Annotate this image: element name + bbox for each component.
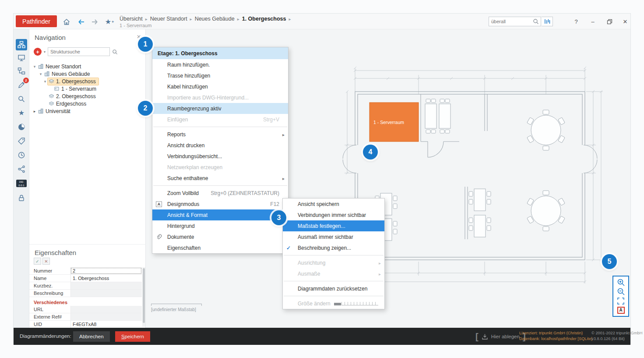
labels-tag-icon[interactable] — [16, 135, 27, 147]
add-button[interactable]: + — [34, 48, 42, 56]
discard-x-icon[interactable]: ✕ — [42, 258, 50, 265]
structure-search-input[interactable] — [48, 47, 110, 56]
save-button[interactable]: Speichern — [115, 331, 150, 342]
scale-line — [151, 304, 202, 306]
global-search-input[interactable] — [489, 19, 533, 24]
zoom-fit-icon[interactable] — [616, 297, 626, 305]
property-value[interactable] — [70, 306, 142, 313]
menu-item-kabel-hinzufuegen[interactable]: Kabel hinzufügen — [152, 81, 288, 92]
minimize-button[interactable]: – — [587, 16, 598, 27]
breadcrumb-item-current[interactable]: 1. Obergeschoss — [242, 16, 286, 22]
expander-icon[interactable]: ▾ — [42, 79, 48, 84]
breadcrumb-item[interactable]: Neues Gebäude — [195, 16, 235, 22]
submenu-arrow-icon: ▸ — [379, 271, 381, 276]
forward-arrow-icon[interactable] — [90, 17, 99, 27]
property-value[interactable] — [70, 313, 142, 320]
menu-item-reports[interactable]: Reports▸ — [152, 129, 288, 140]
tree-item-neuer-standort[interactable]: ▾ Neuer Standort — [29, 63, 145, 70]
app-logo[interactable]: Pathfinder — [16, 15, 57, 27]
connections-icon[interactable] — [16, 65, 27, 77]
favorites-icon[interactable]: ★ — [16, 107, 27, 119]
property-value[interactable] — [70, 290, 142, 297]
menu-item-ansicht-speichern[interactable]: Ansicht speichern — [283, 198, 384, 209]
zoom-in-icon[interactable] — [616, 278, 626, 287]
help-button[interactable]: ? — [570, 16, 582, 27]
navigation-title: Navigation — [35, 34, 66, 41]
property-row: URL — [29, 306, 142, 313]
menu-item-beschreibung-zeigen[interactable]: ✓Beschreibung zeigen... — [283, 242, 384, 253]
tree-item-serverraum[interactable]: 1 - Serverraum — [29, 85, 145, 92]
tree-item-erdgeschoss[interactable]: Erdgeschoss — [29, 100, 145, 107]
search-icon[interactable] — [112, 49, 118, 55]
back-arrow-icon[interactable] — [77, 17, 86, 27]
property-row: Nummer 2 — [29, 267, 142, 275]
copyright-line: © 2001-2022 tripunkt GmbH — [591, 330, 642, 336]
properties-scrollbar[interactable] — [142, 267, 145, 327]
property-value[interactable]: 2 — [70, 267, 142, 274]
tree-item-2-obergeschoss[interactable]: 2. Obergeschoss — [29, 92, 145, 100]
tree-item-label: 1. Obergeschoss — [56, 78, 96, 85]
cancel-button[interactable]: Abbrechen — [73, 331, 110, 342]
menu-item-hintergrund[interactable]: Hintergrund — [152, 220, 288, 231]
property-label: UID — [29, 322, 70, 327]
design-mode-icon[interactable]: 2 — [16, 79, 27, 91]
license-line: Lizenziert: tripunkt GmbH (Christin) — [519, 330, 592, 336]
annotation-badge-3: 3 — [271, 210, 286, 225]
ip-address-icon[interactable]: 192.0.0.1 — [16, 177, 27, 189]
workplace-icon[interactable] — [16, 52, 27, 64]
favorite-add-icon[interactable]: ★+ — [105, 17, 114, 27]
menu-item-verbindungsuebersicht[interactable]: Verbindungsübersicht... — [152, 151, 288, 162]
maximize-button[interactable] — [604, 16, 615, 27]
menu-item-diagrammdaten-zuruecksetzen[interactable]: Diagrammdaten zurücksetzen — [283, 283, 384, 294]
tree-item-label: Neuer Standort — [46, 64, 81, 70]
tree-item-neues-gebaeude[interactable]: ▾ Neues Gebäude — [29, 70, 145, 78]
zoom-out-icon[interactable] — [616, 287, 626, 296]
menu-item-ausmasse: Ausmaße▸ — [283, 268, 384, 279]
menu-item-raum-hinzufuegen[interactable]: Raum hinzufügen. — [152, 59, 288, 70]
menu-separator — [284, 281, 384, 281]
expander-icon[interactable]: ▸ — [32, 109, 37, 113]
home-icon[interactable] — [62, 17, 71, 27]
breadcrumb-item[interactable]: Übersicht — [120, 16, 143, 22]
close-button[interactable]: ✕ — [619, 16, 631, 27]
expander-icon[interactable]: ▾ — [38, 72, 43, 76]
menu-item-ansicht-drucken[interactable]: Ansicht drucken — [152, 140, 288, 151]
network-share-icon[interactable] — [16, 163, 27, 175]
navigation-panel-icon[interactable] — [16, 39, 27, 50]
tree-item-1-obergeschoss[interactable]: ▾ 1. Obergeschoss — [29, 78, 145, 85]
tree-item-universitaet[interactable]: ▸ Universität — [29, 107, 145, 115]
history-clock-icon[interactable] — [16, 149, 27, 161]
property-value[interactable]: F4EGTxA8 — [70, 321, 142, 328]
property-value[interactable]: 1. Obergeschoss — [70, 275, 142, 282]
menu-item-eigenschaften[interactable]: Eigenschaften — [152, 242, 288, 253]
search-icon[interactable] — [533, 18, 539, 25]
check-icon: ✓ — [286, 245, 291, 251]
menu-item-suche-enthaltene[interactable]: Suche enthaltene▸ — [152, 173, 288, 184]
menu-item-verbindungen-sichtbar[interactable]: Verbindungen immer sichtbar — [283, 209, 384, 220]
breadcrumb-item[interactable]: Neuer Standort — [150, 16, 187, 22]
breadcrumb-arrow-icon: ▸ — [145, 17, 148, 21]
version-line: v3.8.0.126 (64 Bit) — [591, 336, 642, 342]
property-value[interactable] — [70, 282, 142, 289]
menu-item-einfuegen: EinfügenStrg+V — [152, 114, 288, 125]
apply-check-icon[interactable]: ✓ — [34, 258, 41, 265]
menu-item-trasse-hinzufuegen[interactable]: Trasse hinzufügen — [152, 70, 288, 81]
search-panel-icon[interactable] — [16, 93, 27, 105]
drop-zone[interactable]: [ Hier ablegen ] — [475, 331, 526, 342]
search-filter-icon[interactable] — [542, 17, 553, 26]
breadcrumb-sub-item[interactable]: 1 - Serverraum — [120, 23, 151, 28]
menu-item-designmodus[interactable]: ADesignmodusF12 — [152, 198, 288, 209]
reports-pie-icon[interactable] — [16, 121, 27, 133]
designmode-a-icon[interactable]: A — [616, 306, 626, 315]
expander-icon[interactable]: ▾ — [32, 64, 37, 69]
menu-item-zoom-vollbild[interactable]: Zoom VollbildStrg+0 (ZEHNERTASTATUR) — [152, 188, 288, 198]
menu-item-ansicht-format[interactable]: Ansicht & Format▸ — [152, 209, 288, 220]
add-dropdown-icon[interactable]: ▾ — [44, 50, 46, 54]
menu-item-dokumente[interactable]: Dokumente — [152, 231, 288, 242]
selected-tree-item: 1. Obergeschoss — [48, 78, 99, 85]
menu-item-massstab-festlegen[interactable]: Maßstab festlegen... — [283, 220, 384, 231]
breadcrumb-arrow-icon: ▸ — [237, 17, 239, 21]
lock-icon[interactable] — [16, 192, 27, 204]
menu-item-ausmass-sichtbar[interactable]: Ausmaß immer sichtbar — [283, 231, 384, 242]
menu-item-raumbegrenzung-aktiv[interactable]: Raumbegrenzung aktiv — [152, 103, 288, 114]
